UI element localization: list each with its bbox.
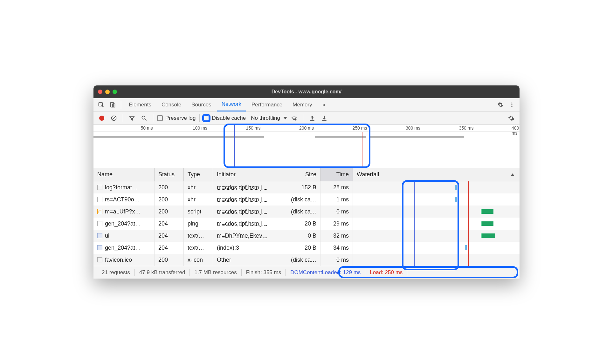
tab-network[interactable]: Network — [217, 98, 246, 111]
file-icon — [97, 221, 102, 226]
close-window-button[interactable] — [98, 90, 102, 94]
cell-status: 204 — [155, 242, 184, 254]
cell-time: 34 ms — [320, 242, 353, 254]
waterfall-bar — [465, 245, 467, 250]
sort-ascending-icon — [511, 173, 514, 176]
initiator-link[interactable]: m=cdos,dpf,hsm,j… — [217, 184, 268, 191]
throttling-label: No throttling — [251, 115, 280, 121]
separator — [123, 114, 123, 122]
device-toolbar-icon[interactable] — [107, 100, 118, 110]
cell-time: 29 ms — [320, 218, 353, 230]
checkbox-icon[interactable] — [203, 115, 209, 121]
column-header-initiator[interactable]: Initiator — [213, 168, 283, 181]
cell-type: x-icon — [184, 254, 213, 266]
tab-more[interactable]: » — [318, 98, 330, 111]
cell-name[interactable]: gen_204?at… — [93, 242, 155, 254]
minimize-window-button[interactable] — [105, 90, 110, 94]
cell-initiator[interactable]: m=cdos,dpf,hsm,j… — [213, 181, 283, 193]
tab-sources[interactable]: Sources — [187, 98, 216, 111]
cell-type: xhr — [184, 181, 213, 193]
annotation-highlight — [402, 180, 459, 270]
column-header-type[interactable]: Type — [184, 168, 213, 181]
initiator-link[interactable]: m=cdos,dpf,hsm,j… — [217, 196, 268, 203]
cell-type: text/… — [184, 242, 213, 254]
load-marker — [468, 206, 469, 218]
traffic-lights — [98, 90, 117, 94]
status-resources: 1.7 MB resources — [190, 269, 241, 276]
maximize-window-button[interactable] — [113, 90, 117, 94]
file-name: m=aLUfP?x… — [105, 208, 141, 215]
file-name: log?format… — [105, 184, 138, 191]
load-marker — [468, 254, 469, 266]
separator — [121, 101, 121, 109]
throttling-select[interactable]: No throttling — [251, 115, 287, 121]
disable-cache-toggle[interactable]: Disable cache — [203, 115, 246, 121]
cell-time: 0 ms — [320, 206, 353, 218]
tab-console[interactable]: Console — [157, 98, 186, 111]
preserve-log-label: Preserve log — [165, 115, 196, 121]
cell-initiator[interactable]: Other — [213, 254, 283, 266]
gear-icon[interactable] — [495, 100, 506, 110]
tab-memory[interactable]: Memory — [288, 98, 316, 111]
upload-har-icon[interactable] — [307, 113, 317, 123]
cell-time: 32 ms — [320, 230, 353, 242]
chevron-down-icon — [283, 117, 287, 119]
cell-name[interactable]: gen_204?at… — [93, 218, 155, 230]
annotation-highlight — [224, 124, 370, 168]
column-header-waterfall[interactable]: Waterfall — [353, 168, 520, 181]
network-conditions-icon[interactable] — [289, 113, 299, 123]
cell-initiator[interactable]: m=cdos,dpf,hsm,j… — [213, 218, 283, 230]
svg-point-8 — [142, 116, 145, 119]
initiator-link[interactable]: m=cdos,dpf,hsm,j… — [217, 208, 268, 215]
cell-name[interactable]: favicon.ico — [93, 254, 155, 266]
status-requests: 21 requests — [97, 269, 135, 276]
cell-name[interactable]: rs=ACT90o… — [93, 193, 155, 206]
tick-label: 50 ms — [141, 125, 153, 131]
cell-initiator[interactable]: m=DhPYme,Ekev… — [213, 230, 283, 242]
load-marker — [468, 242, 469, 254]
kebab-menu-icon[interactable] — [507, 100, 517, 110]
status-finish: Finish: 355 ms — [242, 269, 286, 276]
timeline-overview[interactable]: 50 ms 100 ms 150 ms 200 ms 250 ms 300 ms… — [93, 125, 520, 168]
network-settings-icon[interactable] — [506, 113, 516, 123]
tab-elements[interactable]: Elements — [124, 98, 156, 111]
filter-icon[interactable] — [127, 113, 137, 123]
file-icon — [97, 233, 102, 238]
waterfall-label: Waterfall — [357, 171, 379, 178]
inspect-element-icon[interactable] — [96, 100, 106, 110]
svg-point-10 — [295, 119, 296, 120]
initiator-link[interactable]: m=cdos,dpf,hsm,j… — [217, 220, 268, 227]
column-header-status[interactable]: Status — [155, 168, 184, 181]
file-icon — [97, 245, 102, 250]
clear-icon[interactable] — [109, 113, 119, 123]
tab-performance[interactable]: Performance — [247, 98, 287, 111]
cell-size: 20 B — [283, 242, 320, 254]
column-header-size[interactable]: Size — [283, 168, 320, 181]
preserve-log-toggle[interactable]: Preserve log — [157, 115, 196, 121]
request-bar — [370, 136, 464, 138]
disable-cache-label: Disable cache — [212, 115, 246, 121]
tick-label: 300 ms — [406, 125, 420, 131]
file-icon — [97, 257, 102, 262]
file-name: rs=ACT90o… — [105, 196, 140, 203]
search-icon[interactable] — [139, 113, 149, 123]
cell-initiator[interactable]: m=cdos,dpf,hsm,j… — [213, 206, 283, 218]
initiator-link[interactable]: m=DhPYme,Ekev… — [217, 233, 268, 239]
cell-size: (disk ca… — [283, 206, 320, 218]
cell-initiator[interactable]: m=cdos,dpf,hsm,j… — [213, 193, 283, 206]
tick-label: 350 ms — [459, 125, 474, 131]
svg-point-3 — [511, 102, 512, 103]
cell-name[interactable]: ui — [93, 230, 155, 242]
cell-name[interactable]: m=aLUfP?x… — [93, 206, 155, 218]
load-marker — [468, 193, 469, 206]
cell-size: 152 B — [283, 181, 320, 193]
checkbox-icon[interactable] — [157, 115, 163, 121]
svg-line-7 — [112, 116, 116, 120]
record-button[interactable] — [97, 113, 107, 123]
download-har-icon[interactable] — [319, 113, 329, 123]
column-header-time[interactable]: Time — [320, 168, 353, 181]
initiator-link[interactable]: (index):3 — [217, 245, 239, 251]
column-header-name[interactable]: Name — [93, 168, 155, 181]
cell-initiator[interactable]: (index):3 — [213, 242, 283, 254]
cell-name[interactable]: log?format… — [93, 181, 155, 193]
